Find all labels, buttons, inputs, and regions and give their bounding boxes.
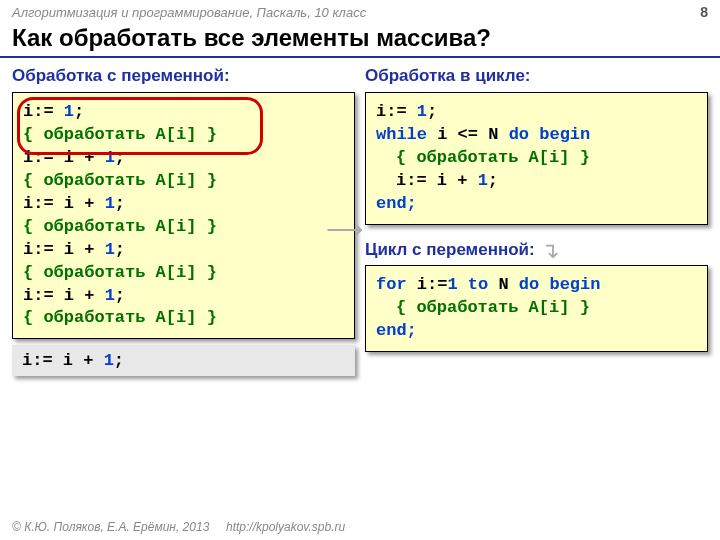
kw: end; [376,320,697,343]
kw: end; [376,193,697,216]
n: 1 [104,351,114,370]
t: i:= [407,275,448,294]
right-heading-1: Обработка в цикле: [365,66,708,86]
slide-header: Алгоритмизация и программирование, Паска… [0,0,720,22]
comment: { обработать A[i] } [23,307,344,330]
t: i:= i + [23,240,105,259]
comment: { обработать A[i] } [396,148,590,167]
t: i:= i + [23,148,105,167]
kw: do begin [509,125,591,144]
kw: to [458,275,489,294]
right-column: Обработка в цикле: i:= 1; while i <= N d… [365,64,708,376]
left-column: Обработка с переменной: i:= 1; { обработ… [12,64,355,376]
t: i:= [23,102,64,121]
course-name: Алгоритмизация и программирование, Паска… [12,5,366,20]
t: i:= i + [23,194,105,213]
n: 1 [417,102,427,121]
t: ; [115,194,125,213]
t: N [488,275,519,294]
copyright: © К.Ю. Поляков, Е.А. Ерёмин, 2013 [12,520,209,534]
code-for: for i:=1 to N do begin { обработать A[i]… [365,265,708,352]
arrow-right-icon: ⟶ [326,214,363,245]
n: 1 [105,148,115,167]
n: 1 [64,102,74,121]
arrow-down-icon: ↴ [541,238,559,264]
code-unrolled: i:= 1; { обработать A[i] } i:= i + 1; { … [12,92,355,339]
t: i:= i + [22,351,104,370]
n: 1 [105,194,115,213]
comment: { обработать A[i] } [23,124,344,147]
right-heading-2: Цикл с переменной: [365,240,535,259]
kw: for [376,275,407,294]
comment: { обработать A[i] } [23,262,344,285]
comment: { обработать A[i] } [23,216,344,239]
t: i:= [376,102,417,121]
code-gray: i:= i + 1; [12,345,355,376]
footer-url: http://kpolyakov.spb.ru [226,520,345,534]
t: ; [427,102,437,121]
t: ; [74,102,84,121]
left-heading: Обработка с переменной: [12,66,355,86]
t: i:= i + [23,286,105,305]
t: ; [115,148,125,167]
n: 1 [105,240,115,259]
comment: { обработать A[i] } [23,170,344,193]
page-number: 8 [700,4,708,20]
comment: { обработать A[i] } [396,298,590,317]
n: 1 [478,171,488,190]
t: i <= N [427,125,509,144]
t: ; [114,351,124,370]
n: 1 [105,286,115,305]
n: 1 [447,275,457,294]
t: ; [115,240,125,259]
kw: while [376,125,427,144]
code-while: i:= 1; while i <= N do begin { обработат… [365,92,708,225]
t: i:= i + [396,171,478,190]
t: ; [488,171,498,190]
t: ; [115,286,125,305]
slide-title: Как обработать все элементы массива? [0,22,720,58]
kw: do begin [519,275,601,294]
slide-footer: © К.Ю. Поляков, Е.А. Ерёмин, 2013 http:/… [12,520,345,534]
